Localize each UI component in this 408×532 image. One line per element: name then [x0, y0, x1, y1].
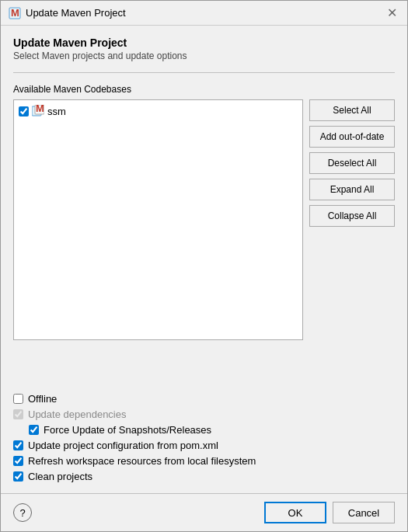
help-button[interactable]: ?	[13, 503, 32, 522]
dialog-body: Update Maven Project Select Maven projec…	[1, 26, 407, 493]
title-bar-text: Update Maven Project	[26, 7, 126, 19]
option-refresh-workspace: Refresh workspace resources from local f…	[13, 455, 395, 467]
checkbox-update-project-config[interactable]	[13, 440, 23, 450]
ok-button[interactable]: OK	[264, 502, 326, 523]
option-clean-projects: Clean projects	[13, 471, 395, 482]
add-out-of-date-button[interactable]: Add out-of-date	[309, 126, 395, 148]
svg-text:M: M	[36, 105, 44, 114]
ssm-maven-icon: M	[32, 105, 44, 117]
title-bar: M Update Maven Project ✕	[1, 1, 407, 26]
codebases-section: Available Maven Codebases M ssm	[13, 84, 395, 382]
cancel-button[interactable]: Cancel	[333, 502, 395, 523]
label-refresh-workspace: Refresh workspace resources from local f…	[28, 455, 256, 467]
codebases-content: M ssm Select All Add out-of-date Deselec…	[13, 99, 395, 382]
maven-title-icon: M	[9, 7, 21, 19]
option-force-update: Force Update of Snapshots/Releases	[29, 424, 395, 436]
label-update-project-config: Update project configuration from pom.xm…	[28, 440, 218, 451]
select-all-button[interactable]: Select All	[309, 99, 395, 121]
label-force-update: Force Update of Snapshots/Releases	[44, 424, 211, 436]
dialog-footer: ? OK Cancel	[1, 493, 407, 531]
codebase-checkbox-ssm[interactable]	[19, 106, 29, 116]
dialog-heading-section: Update Maven Project Select Maven projec…	[13, 37, 395, 61]
footer-buttons: OK Cancel	[264, 502, 395, 523]
collapse-all-button[interactable]: Collapse All	[309, 205, 395, 227]
dialog-subtitle: Select Maven projects and update options	[13, 50, 395, 61]
codebases-list: M ssm	[13, 99, 303, 340]
title-bar-left: M Update Maven Project	[9, 7, 126, 19]
expand-all-button[interactable]: Expand All	[309, 179, 395, 200]
checkbox-force-update[interactable]	[29, 425, 39, 435]
codebases-label: Available Maven Codebases	[13, 84, 395, 95]
label-offline: Offline	[28, 393, 57, 405]
checkbox-update-dependencies[interactable]	[13, 409, 23, 419]
svg-text:M: M	[11, 7, 19, 19]
codebase-item-ssm: M ssm	[17, 103, 299, 119]
action-buttons: Select All Add out-of-date Deselect All …	[309, 99, 395, 382]
checkbox-offline[interactable]	[13, 394, 23, 404]
option-update-project-config: Update project configuration from pom.xm…	[13, 440, 395, 451]
options-section: Offline Update dependencies Force Update…	[13, 393, 395, 482]
codebase-name-ssm: ssm	[47, 106, 66, 117]
deselect-all-button[interactable]: Deselect All	[309, 152, 395, 174]
update-maven-dialog: M Update Maven Project ✕ Update Maven Pr…	[0, 0, 408, 532]
option-offline: Offline	[13, 393, 395, 405]
separator-top	[13, 72, 395, 73]
option-update-dependencies: Update dependencies	[13, 409, 395, 420]
label-update-dependencies: Update dependencies	[28, 409, 127, 420]
checkbox-clean-projects[interactable]	[13, 471, 23, 482]
label-clean-projects: Clean projects	[28, 471, 92, 482]
dialog-title: Update Maven Project	[13, 37, 395, 49]
checkbox-refresh-workspace[interactable]	[13, 456, 23, 466]
close-button[interactable]: ✕	[384, 5, 399, 21]
